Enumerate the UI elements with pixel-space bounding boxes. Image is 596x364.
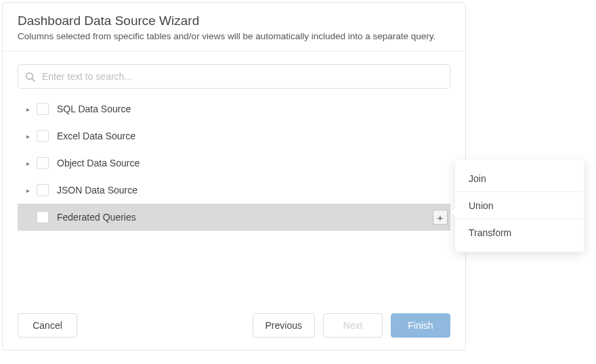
caret-icon[interactable]: ▸ bbox=[24, 187, 31, 194]
tree-row-object[interactable]: ▸ Object Data Source bbox=[18, 150, 450, 177]
tree-row-label: JSON Data Source bbox=[57, 185, 137, 196]
previous-button[interactable]: Previous bbox=[253, 313, 315, 338]
plus-icon: + bbox=[438, 212, 444, 223]
menu-item-join[interactable]: Join bbox=[455, 165, 584, 192]
tree-row-sql[interactable]: ▸ SQL Data Source bbox=[18, 95, 450, 122]
cancel-button[interactable]: Cancel bbox=[18, 313, 77, 338]
tree-row-label: Object Data Source bbox=[57, 158, 140, 168]
dialog-footer: Cancel Previous Next Finish bbox=[3, 304, 465, 350]
dialog-header: Dashboard Data Source Wizard Columns sel… bbox=[3, 3, 465, 51]
search-box[interactable] bbox=[18, 64, 450, 89]
menu-item-union[interactable]: Union bbox=[455, 192, 584, 219]
tree-row-label: Federated Queries bbox=[57, 212, 136, 223]
dialog-body: ▸ SQL Data Source ▸ Excel Data Source ▸ … bbox=[3, 51, 465, 304]
data-source-tree: ▸ SQL Data Source ▸ Excel Data Source ▸ … bbox=[18, 95, 450, 231]
checkbox[interactable] bbox=[37, 184, 49, 196]
checkbox[interactable] bbox=[37, 211, 49, 223]
svg-line-1 bbox=[32, 78, 35, 81]
caret-icon[interactable]: ▸ bbox=[24, 106, 31, 113]
tree-row-federated[interactable]: Federated Queries + bbox=[18, 204, 450, 231]
wizard-dialog: Dashboard Data Source Wizard Columns sel… bbox=[2, 2, 466, 350]
menu-item-transform[interactable]: Transform bbox=[455, 219, 584, 246]
tree-row-excel[interactable]: ▸ Excel Data Source bbox=[18, 122, 450, 150]
search-icon bbox=[25, 72, 35, 82]
menu-pointer-icon bbox=[450, 207, 455, 217]
checkbox[interactable] bbox=[37, 130, 49, 142]
finish-button[interactable]: Finish bbox=[391, 313, 450, 338]
tree-row-json[interactable]: ▸ JSON Data Source bbox=[18, 177, 450, 204]
add-query-menu: Join Union Transform bbox=[455, 160, 584, 252]
next-button: Next bbox=[323, 313, 383, 338]
dialog-title: Dashboard Data Source Wizard bbox=[18, 14, 450, 28]
checkbox[interactable] bbox=[37, 103, 49, 115]
tree-row-label: SQL Data Source bbox=[57, 104, 131, 114]
search-input[interactable] bbox=[41, 70, 443, 83]
checkbox[interactable] bbox=[37, 157, 49, 169]
add-query-button[interactable]: + bbox=[433, 210, 448, 225]
caret-icon[interactable]: ▸ bbox=[24, 160, 31, 167]
caret-icon[interactable]: ▸ bbox=[24, 133, 31, 140]
dialog-subtitle: Columns selected from specific tables an… bbox=[18, 31, 450, 41]
tree-row-label: Excel Data Source bbox=[57, 131, 135, 141]
